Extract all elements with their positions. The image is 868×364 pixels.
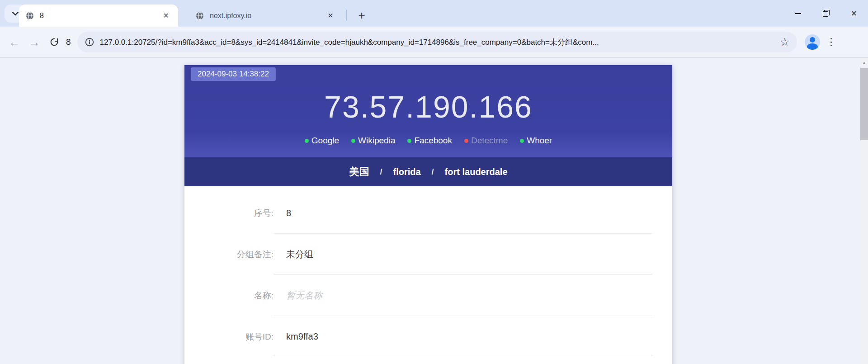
ip-info-form: 序号: 8 分组备注: 未分组 名称: 暂无名称 账号ID:: [184, 186, 672, 357]
name-input[interactable]: 暂无名称: [274, 275, 652, 316]
geo-separator: /: [380, 167, 382, 177]
avatar: [805, 34, 820, 50]
tab-title: 8: [40, 12, 160, 20]
status-ok-icon: [305, 139, 309, 143]
service-detectme[interactable]: Detectme: [464, 136, 508, 146]
field-label: 序号:: [184, 208, 274, 219]
status-ok-icon: [407, 139, 411, 143]
toolbar-badge: 8: [66, 37, 71, 47]
forward-arrow-icon: →: [28, 36, 40, 48]
info-icon: [85, 37, 94, 47]
field-value-area: 未分组: [274, 234, 652, 275]
status-fail-icon: [464, 139, 468, 143]
reload-icon: [49, 37, 59, 47]
service-facebook[interactable]: Facebook: [407, 136, 452, 146]
field-row-name: 名称: 暂无名称: [184, 275, 672, 316]
bookmark-star-icon[interactable]: ☆: [780, 36, 790, 48]
minimize-icon: [795, 13, 801, 14]
close-icon: ×: [851, 9, 857, 19]
service-label: Facebook: [414, 136, 452, 146]
ip-address: 73.57.190.166: [324, 91, 533, 122]
page-viewport: 2024-09-03 14:38:22 73.57.190.166 Google…: [0, 58, 868, 364]
field-placeholder: 暂无名称: [286, 289, 322, 302]
field-label: 账号ID:: [184, 331, 274, 343]
restore-button[interactable]: [812, 0, 840, 27]
tab-strip: 8 × next.ipfoxy.io × + ×: [0, 0, 868, 27]
page-scrollbar[interactable]: ▲: [860, 58, 868, 364]
service-label: Detectme: [471, 136, 508, 146]
tab-close-icon[interactable]: ×: [160, 10, 172, 22]
restore-icon: [823, 11, 829, 16]
browser-menu-button[interactable]: ⋮: [822, 33, 840, 51]
status-ok-icon: [351, 139, 355, 143]
geo-country: 美国: [349, 165, 369, 179]
minimize-button[interactable]: [784, 0, 812, 27]
globe-favicon-icon: [25, 11, 34, 20]
field-row-serial: 序号: 8: [184, 193, 672, 234]
field-value-area: km9ffa3: [274, 316, 652, 357]
geo-region: florida: [393, 167, 420, 177]
geo-separator: /: [432, 167, 434, 177]
field-label: 分组备注:: [184, 249, 274, 260]
status-ok-icon: [520, 139, 524, 143]
address-bar[interactable]: 127.0.0.1:20725/?id=km9ffa3&acc_id=8&sys…: [77, 32, 797, 52]
forward-button[interactable]: →: [24, 32, 44, 52]
tab-separator: [346, 10, 347, 21]
url-text: 127.0.0.1:20725/?id=km9ffa3&acc_id=8&sys…: [100, 37, 774, 47]
back-arrow-icon: ←: [9, 36, 20, 48]
chevron-down-icon: [12, 12, 19, 16]
scrollbar-thumb[interactable]: [860, 68, 868, 140]
scrollbar-up-icon[interactable]: ▲: [860, 58, 868, 67]
service-label: Wikipedia: [358, 136, 395, 146]
browser-toolbar: ← → 8 127.0.0.1:20725/?id=km9ffa3&acc_id…: [0, 27, 868, 57]
tab-title: next.ipfoxy.io: [210, 12, 325, 20]
reload-button[interactable]: [44, 32, 64, 52]
ip-detail-card: 2024-09-03 14:38:22 73.57.190.166 Google…: [184, 65, 672, 364]
service-whoer[interactable]: Whoer: [520, 136, 552, 146]
field-label: 名称:: [184, 290, 274, 302]
field-row-account-id: 账号ID: km9ffa3: [184, 316, 672, 357]
new-tab-button[interactable]: +: [354, 7, 370, 24]
tab-active[interactable]: 8 ×: [19, 5, 178, 27]
service-label: Google: [311, 136, 339, 146]
field-value-area: 8: [274, 193, 652, 234]
field-row-group-note: 分组备注: 未分组: [184, 234, 672, 275]
field-value: km9ffa3: [286, 331, 318, 342]
back-button[interactable]: ←: [5, 32, 24, 52]
service-google[interactable]: Google: [305, 136, 339, 146]
ip-hero-header: 2024-09-03 14:38:22 73.57.190.166 Google…: [184, 65, 672, 157]
profile-button[interactable]: [803, 33, 821, 51]
tab-close-icon[interactable]: ×: [325, 10, 336, 22]
service-wikipedia[interactable]: Wikipedia: [351, 136, 395, 146]
geo-city: fort lauderdale: [445, 167, 508, 177]
service-label: Whoer: [527, 136, 552, 146]
close-window-button[interactable]: ×: [840, 0, 868, 27]
globe-favicon-icon: [195, 11, 204, 20]
tab-inactive[interactable]: next.ipfoxy.io ×: [189, 5, 343, 27]
window-controls: ×: [784, 0, 868, 27]
field-value: 未分组: [286, 248, 313, 260]
service-check-list: Google Wikipedia Facebook Detectme Whoer: [305, 136, 552, 146]
timestamp-badge: 2024-09-03 14:38:22: [191, 67, 276, 81]
field-value: 8: [286, 208, 291, 218]
geo-breadcrumb: 美国 / florida / fort lauderdale: [184, 157, 672, 186]
